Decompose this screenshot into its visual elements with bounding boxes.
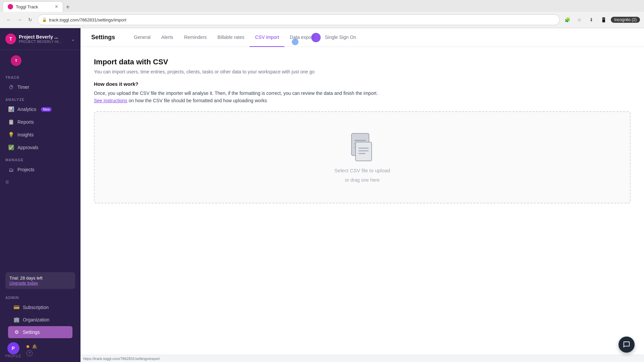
settings-nav-label: Settings bbox=[23, 329, 40, 335]
reports-icon: 📋 bbox=[8, 119, 14, 125]
timer-icon: ⏱ bbox=[8, 84, 14, 90]
nav-buttons: ← → ↻ bbox=[4, 15, 35, 24]
app-layout: T Project Beverly ... PROJECT BEVERLY HI… bbox=[0, 28, 644, 362]
analytics-new-badge: New bbox=[41, 107, 52, 112]
page-title: Import data with CSV bbox=[94, 58, 631, 66]
page-description: You can import users, time entries, proj… bbox=[94, 69, 631, 74]
workspace-name: Project Beverly ... bbox=[19, 34, 66, 40]
csv-upload-area[interactable]: Select CSV file to upload or drag one he… bbox=[94, 111, 631, 203]
manage-section-label: MANAGE bbox=[0, 154, 80, 163]
how-text: Once, you upload the CSV file the import… bbox=[94, 89, 631, 105]
help-icon: ? bbox=[26, 350, 33, 356]
download-button[interactable]: ⬇ bbox=[587, 15, 596, 24]
address-bar[interactable]: 🔒 track.toggl.com/7862831/settings/impor… bbox=[38, 14, 560, 25]
trial-box: Trial: 28 days left Upgrade today bbox=[5, 272, 75, 289]
how-title: How does it work? bbox=[94, 81, 631, 87]
sidebar: T Project Beverly ... PROJECT BEVERLY HI… bbox=[0, 28, 80, 362]
sidebar-footer: Trial: 28 days left Upgrade today ADMIN … bbox=[0, 268, 80, 362]
tab-close-button[interactable]: × bbox=[55, 4, 58, 10]
settings-nav-sso[interactable]: Single Sign On bbox=[319, 28, 361, 47]
sidebar-item-timer[interactable]: ⏱ Timer bbox=[3, 81, 78, 93]
status-bar: https://track.toggl.com/7862831/settings… bbox=[80, 355, 644, 362]
status-bar-url: https://track.toggl.com/7862831/settings… bbox=[83, 357, 160, 361]
active-tab[interactable]: Toggl Track × bbox=[3, 1, 63, 12]
approvals-label: Approvals bbox=[17, 145, 38, 150]
sidebar-header: T Project Beverly ... PROJECT BEVERLY HI… bbox=[0, 28, 80, 50]
sidebar-item-organization[interactable]: 🏢 Organization bbox=[8, 314, 72, 326]
insights-label: Insights bbox=[17, 132, 34, 137]
tab-favicon-icon bbox=[8, 4, 13, 9]
help-button[interactable]: ? bbox=[26, 350, 37, 356]
subscription-icon: 💳 bbox=[13, 304, 19, 310]
reload-button[interactable]: ↻ bbox=[25, 15, 35, 24]
upload-primary-text: Select CSV file to upload bbox=[334, 168, 390, 173]
sidebar-item-projects[interactable]: 🗂 Projects bbox=[3, 164, 78, 176]
reports-label: Reports bbox=[17, 119, 34, 125]
browser-actions: 🧩 ☆ ⬇ 📱 Incognito (2) bbox=[562, 15, 640, 24]
settings-nav-csv-import[interactable]: CSV import bbox=[250, 28, 284, 47]
settings-nav-billable-rates[interactable]: Billable rates bbox=[212, 28, 250, 47]
tab-title: Toggl Track bbox=[16, 4, 38, 9]
workspace-chevron-icon[interactable]: ⌄ bbox=[71, 36, 75, 42]
notification-button[interactable]: 🔔 bbox=[26, 344, 37, 349]
analytics-label: Analytics bbox=[17, 107, 36, 112]
notification-dot bbox=[26, 345, 29, 348]
upgrade-link[interactable]: Upgrade today bbox=[9, 281, 71, 286]
admin-section-label: ADMIN bbox=[5, 293, 75, 301]
notification-icon: 🔔 bbox=[32, 344, 37, 349]
settings-page-title: Settings bbox=[91, 34, 115, 41]
settings-nav-general[interactable]: General bbox=[128, 28, 156, 47]
see-instructions-link[interactable]: See instructions bbox=[94, 98, 127, 103]
address-text: track.toggl.com/7862831/settings/import bbox=[49, 17, 126, 22]
content-area: Import data with CSV You can import user… bbox=[80, 47, 644, 355]
browser-tabs: Toggl Track × + bbox=[0, 0, 644, 12]
main-content: Settings General Alerts Reminders Billab… bbox=[80, 28, 644, 362]
analytics-icon: 📊 bbox=[8, 106, 14, 112]
subscription-label: Subscription bbox=[23, 305, 49, 310]
browser-toolbar: ← → ↻ 🔒 track.toggl.com/7862831/settings… bbox=[0, 12, 644, 28]
incognito-badge[interactable]: Incognito (2) bbox=[611, 17, 640, 23]
approvals-icon: ✅ bbox=[8, 144, 14, 150]
settings-nav-alerts[interactable]: Alerts bbox=[156, 28, 179, 47]
user-avatar[interactable]: P bbox=[7, 342, 19, 354]
insights-icon: 💡 bbox=[8, 132, 14, 138]
settings-header: Settings General Alerts Reminders Billab… bbox=[80, 28, 644, 47]
sidebar-item-analytics[interactable]: 📊 Analytics New bbox=[3, 103, 78, 115]
chat-fab-button[interactable] bbox=[619, 337, 635, 353]
workspace-info: Project Beverly ... PROJECT BEVERLY HI..… bbox=[19, 34, 68, 44]
device-button[interactable]: 📱 bbox=[599, 15, 608, 24]
sidebar-item-reports[interactable]: 📋 Reports bbox=[3, 116, 78, 128]
track-section-label: TRACK bbox=[0, 71, 80, 81]
timer-label: Timer bbox=[17, 84, 29, 90]
toggl-brand-icon: T bbox=[11, 55, 21, 66]
organization-label: Organization bbox=[23, 317, 49, 322]
lock-icon: 🔒 bbox=[42, 17, 47, 22]
settings-nav-data-export[interactable]: Data export bbox=[284, 28, 319, 47]
new-tab-button[interactable]: + bbox=[63, 2, 72, 12]
trial-text: Trial: 28 days left bbox=[9, 276, 71, 281]
upload-secondary-text: or drag one here bbox=[345, 177, 380, 183]
organization-icon: 🏢 bbox=[13, 317, 19, 323]
settings-nav: General Alerts Reminders Billable rates … bbox=[128, 28, 362, 47]
browser-chrome: Toggl Track × + ← → ↻ 🔒 track.toggl.com/… bbox=[0, 0, 644, 28]
extensions-button[interactable]: 🧩 bbox=[562, 15, 572, 24]
sidebar-logo: T bbox=[5, 34, 16, 44]
sidebar-item-insights[interactable]: 💡 Insights bbox=[3, 129, 78, 141]
how-text-part2: on how the CSV file should be formatted … bbox=[129, 98, 267, 103]
sidebar-item-approvals[interactable]: ✅ Approvals bbox=[3, 141, 78, 154]
sidebar-item-subscription[interactable]: 💳 Subscription bbox=[8, 301, 72, 313]
sidebar-item-settings[interactable]: ⚙ Settings bbox=[8, 326, 72, 338]
sidebar-collapse-button[interactable]: ≡ bbox=[0, 176, 80, 188]
back-button[interactable]: ← bbox=[4, 15, 13, 24]
profile-label: PROFILE bbox=[5, 354, 21, 358]
projects-label: Projects bbox=[17, 167, 35, 172]
analyze-section-label: ANALYZE bbox=[0, 94, 80, 103]
upload-file-icon bbox=[349, 132, 376, 164]
settings-nav-reminders[interactable]: Reminders bbox=[179, 28, 212, 47]
forward-button[interactable]: → bbox=[15, 15, 24, 24]
how-it-works-section: How does it work? Once, you upload the C… bbox=[94, 81, 631, 105]
svg-rect-5 bbox=[356, 142, 372, 161]
bookmark-button[interactable]: ☆ bbox=[575, 15, 584, 24]
projects-icon: 🗂 bbox=[8, 167, 14, 173]
settings-icon: ⚙ bbox=[13, 329, 19, 335]
